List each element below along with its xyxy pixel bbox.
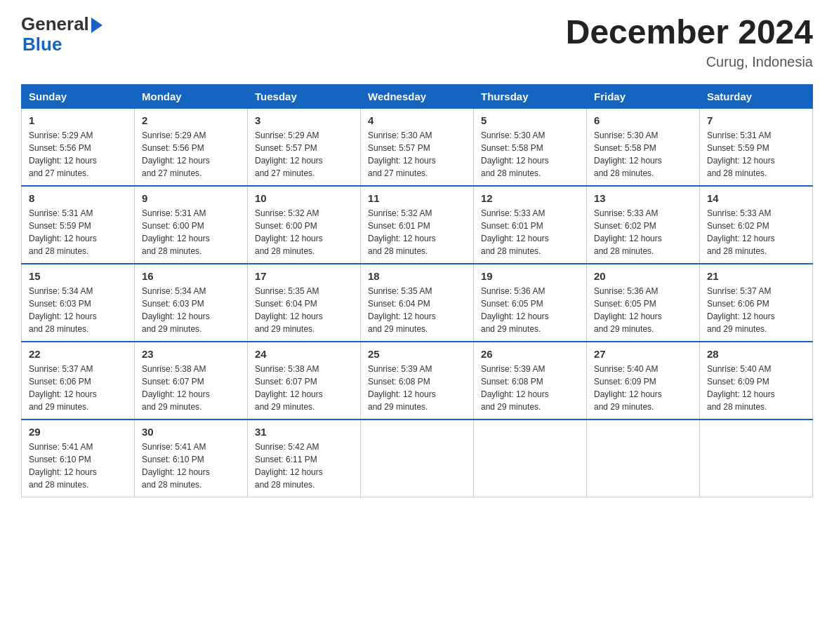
day-number: 2	[142, 114, 240, 126]
logo: General Blue	[21, 14, 102, 54]
calendar-week-1: 1Sunrise: 5:29 AMSunset: 5:56 PMDaylight…	[22, 108, 813, 186]
calendar-cell: 29Sunrise: 5:41 AMSunset: 6:10 PMDayligh…	[22, 420, 135, 497]
calendar-table: SundayMondayTuesdayWednesdayThursdayFrid…	[21, 84, 813, 497]
calendar-cell: 15Sunrise: 5:34 AMSunset: 6:03 PMDayligh…	[22, 264, 135, 342]
calendar-cell: 5Sunrise: 5:30 AMSunset: 5:58 PMDaylight…	[474, 108, 587, 186]
day-info: Sunrise: 5:32 AMSunset: 6:00 PMDaylight:…	[255, 207, 353, 257]
day-number: 30	[142, 426, 240, 438]
day-info: Sunrise: 5:33 AMSunset: 6:02 PMDaylight:…	[707, 207, 805, 257]
calendar-cell	[700, 420, 813, 497]
day-info: Sunrise: 5:40 AMSunset: 6:09 PMDaylight:…	[594, 363, 692, 413]
calendar-cell: 16Sunrise: 5:34 AMSunset: 6:03 PMDayligh…	[135, 264, 248, 342]
day-info: Sunrise: 5:38 AMSunset: 6:07 PMDaylight:…	[255, 363, 353, 413]
calendar-cell: 17Sunrise: 5:35 AMSunset: 6:04 PMDayligh…	[248, 264, 361, 342]
day-info: Sunrise: 5:36 AMSunset: 6:05 PMDaylight:…	[481, 285, 579, 335]
day-info: Sunrise: 5:29 AMSunset: 5:57 PMDaylight:…	[255, 129, 353, 180]
day-info: Sunrise: 5:30 AMSunset: 5:58 PMDaylight:…	[481, 129, 579, 180]
day-info: Sunrise: 5:36 AMSunset: 6:05 PMDaylight:…	[594, 285, 692, 335]
day-number: 19	[481, 270, 579, 282]
calendar-cell: 27Sunrise: 5:40 AMSunset: 6:09 PMDayligh…	[587, 342, 700, 420]
day-number: 12	[481, 192, 579, 204]
day-info: Sunrise: 5:39 AMSunset: 6:08 PMDaylight:…	[481, 363, 579, 413]
day-number: 3	[255, 114, 353, 126]
calendar-cell: 1Sunrise: 5:29 AMSunset: 5:56 PMDaylight…	[22, 108, 135, 186]
day-number: 5	[481, 114, 579, 126]
day-number: 13	[594, 192, 692, 204]
calendar-cell: 12Sunrise: 5:33 AMSunset: 6:01 PMDayligh…	[474, 186, 587, 264]
day-number: 24	[255, 348, 353, 360]
day-info: Sunrise: 5:35 AMSunset: 6:04 PMDaylight:…	[368, 285, 466, 335]
day-info: Sunrise: 5:30 AMSunset: 5:58 PMDaylight:…	[594, 129, 692, 180]
calendar-cell: 8Sunrise: 5:31 AMSunset: 5:59 PMDaylight…	[22, 186, 135, 264]
day-number: 21	[707, 270, 805, 282]
day-info: Sunrise: 5:30 AMSunset: 5:57 PMDaylight:…	[368, 129, 466, 180]
day-number: 22	[29, 348, 127, 360]
day-number: 14	[707, 192, 805, 204]
day-info: Sunrise: 5:34 AMSunset: 6:03 PMDaylight:…	[142, 285, 240, 335]
day-number: 17	[255, 270, 353, 282]
col-header-monday: Monday	[135, 84, 248, 108]
day-info: Sunrise: 5:33 AMSunset: 6:02 PMDaylight:…	[594, 207, 692, 257]
calendar-cell: 24Sunrise: 5:38 AMSunset: 6:07 PMDayligh…	[248, 342, 361, 420]
calendar-week-3: 15Sunrise: 5:34 AMSunset: 6:03 PMDayligh…	[22, 264, 813, 342]
day-number: 10	[255, 192, 353, 204]
calendar-cell: 13Sunrise: 5:33 AMSunset: 6:02 PMDayligh…	[587, 186, 700, 264]
day-number: 8	[29, 192, 127, 204]
calendar-cell: 23Sunrise: 5:38 AMSunset: 6:07 PMDayligh…	[135, 342, 248, 420]
calendar-cell: 4Sunrise: 5:30 AMSunset: 5:57 PMDaylight…	[361, 108, 474, 186]
day-info: Sunrise: 5:29 AMSunset: 5:56 PMDaylight:…	[29, 129, 127, 180]
calendar-cell: 18Sunrise: 5:35 AMSunset: 6:04 PMDayligh…	[361, 264, 474, 342]
calendar-cell	[474, 420, 587, 497]
day-number: 11	[368, 192, 466, 204]
day-info: Sunrise: 5:42 AMSunset: 6:11 PMDaylight:…	[255, 441, 353, 491]
day-number: 29	[29, 426, 127, 438]
day-info: Sunrise: 5:38 AMSunset: 6:07 PMDaylight:…	[142, 363, 240, 413]
calendar-cell: 30Sunrise: 5:41 AMSunset: 6:10 PMDayligh…	[135, 420, 248, 497]
day-number: 27	[594, 348, 692, 360]
logo-general: General	[21, 14, 102, 34]
calendar-cell: 2Sunrise: 5:29 AMSunset: 5:56 PMDaylight…	[135, 108, 248, 186]
day-number: 16	[142, 270, 240, 282]
calendar-cell: 3Sunrise: 5:29 AMSunset: 5:57 PMDaylight…	[248, 108, 361, 186]
calendar-cell: 25Sunrise: 5:39 AMSunset: 6:08 PMDayligh…	[361, 342, 474, 420]
calendar-cell	[361, 420, 474, 497]
day-info: Sunrise: 5:39 AMSunset: 6:08 PMDaylight:…	[368, 363, 466, 413]
day-number: 26	[481, 348, 579, 360]
calendar-week-2: 8Sunrise: 5:31 AMSunset: 5:59 PMDaylight…	[22, 186, 813, 264]
month-title: December 2024	[566, 14, 813, 51]
col-header-thursday: Thursday	[474, 84, 587, 108]
day-info: Sunrise: 5:40 AMSunset: 6:09 PMDaylight:…	[707, 363, 805, 413]
day-info: Sunrise: 5:29 AMSunset: 5:56 PMDaylight:…	[142, 129, 240, 180]
day-info: Sunrise: 5:41 AMSunset: 6:10 PMDaylight:…	[29, 441, 127, 491]
day-info: Sunrise: 5:37 AMSunset: 6:06 PMDaylight:…	[29, 363, 127, 413]
col-header-tuesday: Tuesday	[248, 84, 361, 108]
col-header-wednesday: Wednesday	[361, 84, 474, 108]
day-number: 4	[368, 114, 466, 126]
calendar-cell: 6Sunrise: 5:30 AMSunset: 5:58 PMDaylight…	[587, 108, 700, 186]
col-header-sunday: Sunday	[22, 84, 135, 108]
calendar-cell: 26Sunrise: 5:39 AMSunset: 6:08 PMDayligh…	[474, 342, 587, 420]
calendar-cell: 9Sunrise: 5:31 AMSunset: 6:00 PMDaylight…	[135, 186, 248, 264]
day-number: 9	[142, 192, 240, 204]
calendar-week-5: 29Sunrise: 5:41 AMSunset: 6:10 PMDayligh…	[22, 420, 813, 497]
col-header-saturday: Saturday	[700, 84, 813, 108]
calendar-cell: 22Sunrise: 5:37 AMSunset: 6:06 PMDayligh…	[22, 342, 135, 420]
day-info: Sunrise: 5:41 AMSunset: 6:10 PMDaylight:…	[142, 441, 240, 491]
calendar-cell: 31Sunrise: 5:42 AMSunset: 6:11 PMDayligh…	[248, 420, 361, 497]
day-info: Sunrise: 5:33 AMSunset: 6:01 PMDaylight:…	[481, 207, 579, 257]
calendar-cell: 7Sunrise: 5:31 AMSunset: 5:59 PMDaylight…	[700, 108, 813, 186]
calendar-week-4: 22Sunrise: 5:37 AMSunset: 6:06 PMDayligh…	[22, 342, 813, 420]
page-header: General Blue December 2024 Curug, Indone…	[21, 14, 813, 70]
day-info: Sunrise: 5:37 AMSunset: 6:06 PMDaylight:…	[707, 285, 805, 335]
day-info: Sunrise: 5:35 AMSunset: 6:04 PMDaylight:…	[255, 285, 353, 335]
day-info: Sunrise: 5:34 AMSunset: 6:03 PMDaylight:…	[29, 285, 127, 335]
calendar-cell	[587, 420, 700, 497]
calendar-cell: 11Sunrise: 5:32 AMSunset: 6:01 PMDayligh…	[361, 186, 474, 264]
day-number: 28	[707, 348, 805, 360]
day-number: 15	[29, 270, 127, 282]
day-info: Sunrise: 5:31 AMSunset: 5:59 PMDaylight:…	[707, 129, 805, 180]
title-section: December 2024 Curug, Indonesia	[566, 14, 813, 70]
day-number: 6	[594, 114, 692, 126]
logo-blue: Blue	[22, 34, 102, 55]
calendar-cell: 14Sunrise: 5:33 AMSunset: 6:02 PMDayligh…	[700, 186, 813, 264]
